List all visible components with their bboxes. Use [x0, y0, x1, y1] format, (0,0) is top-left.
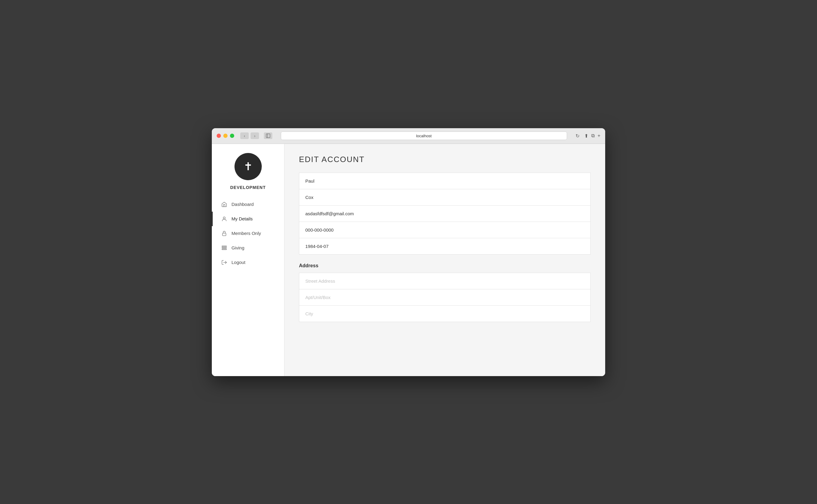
address-section-label: Address — [299, 263, 591, 268]
lock-icon — [221, 230, 227, 236]
email-input[interactable] — [299, 205, 591, 222]
traffic-lights — [217, 134, 234, 138]
address-form — [299, 273, 591, 322]
nav-menu: Dashboard My Details Members Only — [212, 197, 284, 270]
close-button[interactable] — [217, 134, 221, 138]
nav-buttons: ‹ › — [240, 132, 259, 139]
phone-input[interactable] — [299, 222, 591, 238]
user-icon — [221, 216, 227, 222]
sidebar-item-giving[interactable]: Giving — [212, 241, 284, 255]
street-address-input[interactable] — [299, 273, 591, 289]
app-container: ✝ DEVELOPMENT Dashboard My Details — [212, 144, 605, 376]
dob-input[interactable] — [299, 238, 591, 255]
sidebar-label-logout: Logout — [232, 260, 246, 265]
browser-chrome: ‹ › localhost ↻ ⬆ ⧉ + — [212, 128, 605, 144]
maximize-button[interactable] — [230, 134, 234, 138]
last-name-input[interactable] — [299, 189, 591, 205]
sidebar-item-dashboard[interactable]: Dashboard — [212, 197, 284, 212]
browser-window: ‹ › localhost ↻ ⬆ ⧉ + ✝ DEVELOPMENT — [212, 128, 605, 376]
home-icon — [221, 201, 227, 207]
logo-circle: ✝ — [235, 153, 262, 180]
sidebar-item-logout[interactable]: Logout — [212, 255, 284, 270]
duplicate-tab-button[interactable]: ⧉ — [591, 133, 594, 138]
svg-rect-5 — [222, 247, 227, 248]
sidebar-toggle-button[interactable] — [264, 132, 272, 139]
sidebar-label-dashboard: Dashboard — [232, 202, 254, 207]
address-bar[interactable]: localhost — [281, 132, 567, 140]
new-tab-button[interactable]: + — [597, 133, 600, 138]
address-section: Address — [299, 263, 591, 322]
url-text: localhost — [416, 134, 431, 138]
svg-rect-4 — [222, 246, 227, 247]
sidebar-label-members-only: Members Only — [232, 231, 261, 236]
share-button[interactable]: ⬆ — [584, 133, 588, 139]
refresh-button[interactable]: ↻ — [575, 133, 579, 139]
svg-point-2 — [223, 217, 226, 219]
org-name: DEVELOPMENT — [230, 185, 266, 190]
svg-rect-6 — [222, 249, 227, 250]
list-icon — [221, 245, 227, 251]
forward-button[interactable]: › — [251, 132, 259, 139]
sidebar-item-my-details[interactable]: My Details — [212, 212, 284, 226]
back-button[interactable]: ‹ — [240, 132, 249, 139]
cross-icon: ✝ — [244, 161, 253, 172]
first-name-input[interactable] — [299, 173, 591, 189]
city-input[interactable] — [299, 305, 591, 322]
sidebar-item-members-only[interactable]: Members Only — [212, 226, 284, 241]
main-content: EDIT ACCOUNT Address — [285, 144, 605, 376]
personal-info-form — [299, 173, 591, 255]
svg-rect-3 — [223, 233, 226, 236]
svg-rect-0 — [266, 134, 270, 138]
logout-icon — [221, 259, 227, 265]
sidebar-label-giving: Giving — [232, 245, 245, 250]
sidebar-label-my-details: My Details — [232, 216, 253, 221]
apt-unit-input[interactable] — [299, 289, 591, 305]
page-title: EDIT ACCOUNT — [299, 155, 591, 164]
sidebar: ✝ DEVELOPMENT Dashboard My Details — [212, 144, 285, 376]
minimize-button[interactable] — [223, 134, 228, 138]
browser-actions: ⬆ ⧉ + — [584, 133, 600, 139]
